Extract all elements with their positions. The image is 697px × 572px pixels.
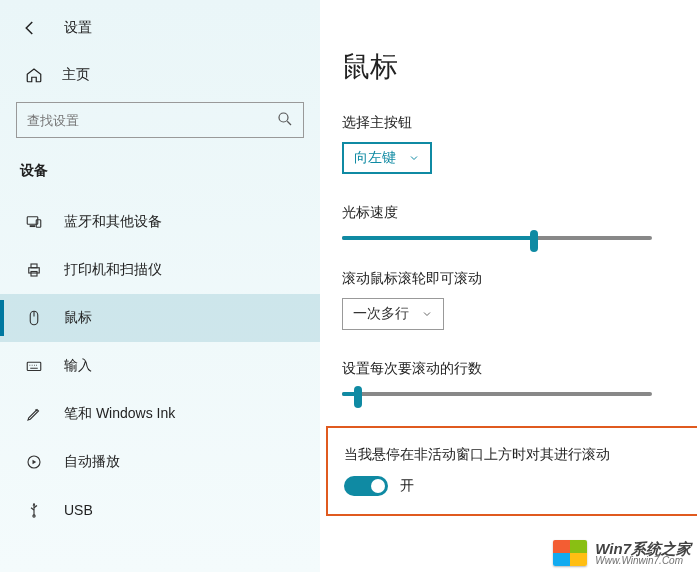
cursor-speed-label: 光标速度 (342, 204, 697, 222)
chevron-down-icon (408, 152, 420, 164)
nav-label: USB (64, 502, 93, 518)
nav-typing[interactable]: 输入 (0, 342, 320, 390)
nav-label: 笔和 Windows Ink (64, 405, 175, 423)
slider-thumb[interactable] (530, 230, 538, 252)
nav-label: 自动播放 (64, 453, 120, 471)
windows-flag-icon (553, 540, 587, 566)
home-nav[interactable]: 主页 (0, 38, 320, 102)
svg-rect-5 (31, 264, 37, 268)
lines-scroll-label: 设置每次要滚动的行数 (342, 360, 697, 378)
wheel-scroll-dropdown[interactable]: 一次多行 (342, 298, 444, 330)
usb-icon (24, 501, 44, 519)
nav-label: 输入 (64, 357, 92, 375)
arrow-left-icon (21, 19, 39, 37)
mouse-icon (24, 309, 44, 327)
watermark: Win7系统之家 Www.Winwin7.Com (553, 540, 691, 566)
primary-button-label: 选择主按钮 (342, 114, 697, 132)
nav-printers[interactable]: 打印机和扫描仪 (0, 246, 320, 294)
search-input[interactable] (16, 102, 304, 138)
inactive-scroll-label: 当我悬停在非活动窗口上方时对其进行滚动 (344, 446, 688, 464)
svg-rect-6 (31, 272, 37, 277)
home-label: 主页 (62, 66, 90, 84)
autoplay-icon (24, 453, 44, 471)
nav-mouse[interactable]: 鼠标 (0, 294, 320, 342)
svg-rect-2 (30, 226, 35, 227)
toggle-state: 开 (400, 477, 414, 495)
home-icon (24, 66, 44, 84)
dropdown-value: 向左键 (354, 149, 396, 167)
watermark-url: Www.Winwin7.Com (595, 556, 691, 566)
keyboard-icon (24, 357, 44, 375)
wheel-scroll-label: 滚动鼠标滚轮即可滚动 (342, 270, 697, 288)
highlight-box: 当我悬停在非活动窗口上方时对其进行滚动 开 (326, 426, 697, 516)
printer-icon (24, 261, 44, 279)
svg-rect-9 (27, 362, 41, 370)
lines-scroll-slider[interactable] (342, 392, 652, 396)
nav-autoplay[interactable]: 自动播放 (0, 438, 320, 486)
watermark-title: Win7系统之家 (595, 541, 691, 556)
svg-rect-4 (29, 268, 40, 273)
nav-label: 打印机和扫描仪 (64, 261, 162, 279)
chevron-down-icon (421, 308, 433, 320)
nav-pen[interactable]: 笔和 Windows Ink (0, 390, 320, 438)
app-title: 设置 (64, 19, 92, 37)
nav-bluetooth[interactable]: 蓝牙和其他设备 (0, 198, 320, 246)
dropdown-value: 一次多行 (353, 305, 409, 323)
pen-icon (24, 405, 44, 423)
svg-point-11 (33, 515, 35, 517)
cursor-speed-slider[interactable] (342, 236, 652, 240)
toggle-knob (371, 479, 385, 493)
nav-label: 鼠标 (64, 309, 92, 327)
search-icon (276, 110, 294, 128)
devices-icon (24, 213, 44, 231)
slider-thumb[interactable] (354, 386, 362, 408)
svg-point-0 (279, 113, 288, 122)
page-title: 鼠标 (342, 48, 697, 86)
nav-usb[interactable]: USB (0, 486, 320, 534)
nav-label: 蓝牙和其他设备 (64, 213, 162, 231)
primary-button-dropdown[interactable]: 向左键 (342, 142, 432, 174)
svg-rect-3 (36, 220, 41, 228)
inactive-scroll-toggle[interactable] (344, 476, 388, 496)
back-button[interactable] (20, 18, 40, 38)
section-title: 设备 (0, 158, 320, 198)
